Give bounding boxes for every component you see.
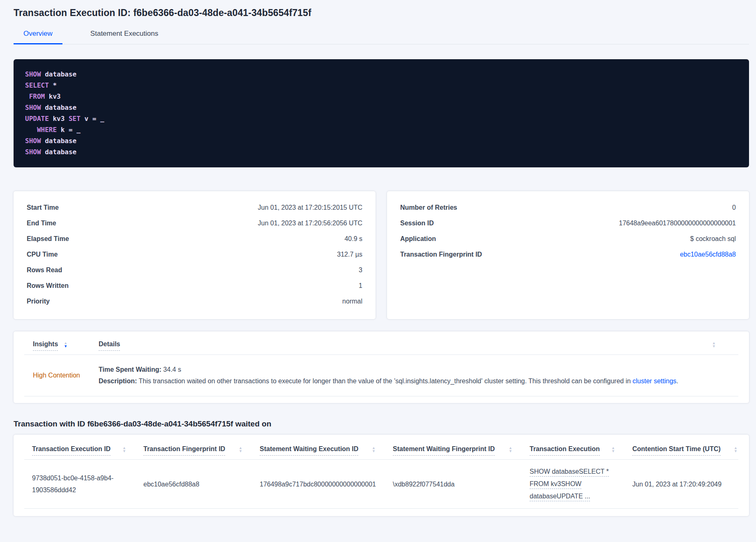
insights-column-header: Insights ▲▼ [33, 340, 99, 351]
sql-keyword: SHOW [25, 148, 41, 156]
cell-statement-waiting-fingerprint-id: \xdb8922f077541dda [393, 478, 530, 490]
time-spent-waiting: Time Spent Waiting: 34.4 s [99, 365, 738, 375]
tab-bar: Overview Statement Executions [14, 30, 749, 44]
sql-keyword: UPDATE [25, 115, 49, 123]
transaction-execution-line[interactable]: SHOW databaseSELECT * [530, 467, 609, 477]
divider [24, 396, 738, 396]
summary-cards-row: Start TimeJun 01, 2023 at 17:20:15:2015 … [14, 191, 749, 319]
summary-label: Rows Written [27, 282, 69, 290]
insight-description: Description: This transaction waited on … [99, 376, 738, 386]
summary-row: Application$ cockroach sql [400, 231, 736, 247]
description-suffix: . [676, 378, 678, 384]
sql-keyword: SHOW [25, 137, 41, 145]
sort-icon[interactable]: ▲▼ [239, 446, 242, 453]
description-label: Description: [99, 378, 137, 384]
details-column-label[interactable]: Details [99, 340, 120, 351]
sql-identifier: * [49, 81, 57, 89]
sql-identifier: database [41, 70, 77, 78]
sql-identifier: database [41, 104, 77, 111]
waited-on-table-header: Transaction Execution ID ▲▼ Transaction … [24, 445, 738, 456]
summary-row: Rows Written1 [27, 278, 362, 294]
sort-icon[interactable]: ▲▼ [611, 446, 615, 453]
sql-line: WHERE k = _ [25, 124, 738, 135]
sql-line: SHOW database [25, 135, 738, 146]
sql-line: UPDATE kv3 SET v = _ [25, 113, 738, 124]
tab-overview[interactable]: Overview [14, 30, 62, 44]
summary-label: Elapsed Time [27, 235, 69, 243]
tab-statement-executions[interactable]: Statement Executions [81, 30, 168, 44]
sql-keyword: WHERE [37, 126, 57, 134]
summary-label: Session ID [400, 220, 434, 227]
waited-on-table-card: Transaction Execution ID ▲▼ Transaction … [14, 435, 749, 516]
column-label[interactable]: Contention Start Time (UTC) [632, 445, 721, 456]
insight-type-badge: High Contention [33, 372, 99, 379]
summary-row: Transaction Fingerprint IDebc10ae56cfd88… [400, 247, 736, 262]
sql-identifier: kv3 [45, 93, 61, 100]
sql-line: SHOW database [25, 69, 738, 80]
summary-label: Transaction Fingerprint ID [400, 251, 482, 258]
sql-line: SHOW database [25, 146, 738, 158]
cell-transaction-execution-id: 9738d051-bc0e-4158-a9b4-1903586ddd42 [32, 472, 143, 496]
summary-value-link[interactable]: ebc10ae56cfd88a8 [680, 251, 736, 258]
column-label[interactable]: Transaction Execution [530, 445, 600, 456]
sql-line: FROM kv3 [25, 91, 738, 102]
summary-value: Jun 01, 2023 at 17:20:56:2056 UTC [258, 220, 362, 227]
summary-value: normal [342, 298, 362, 305]
summary-label: Start Time [27, 204, 59, 211]
column-label[interactable]: Transaction Execution ID [32, 445, 111, 456]
column-label[interactable]: Transaction Fingerprint ID [143, 445, 225, 456]
summary-row: Session ID17648a9eea60178000000000000000… [400, 215, 736, 231]
summary-label: Rows Read [27, 266, 62, 274]
sql-identifier: database [41, 148, 77, 156]
cell-contention-start-time: Jun 01, 2023 at 17:20:49:2049 [632, 478, 738, 490]
sql-line: SHOW database [25, 102, 738, 113]
summary-label: Application [400, 235, 436, 243]
cell-transaction-execution-link[interactable]: SHOW databaseSELECT * FROM kv3SHOW datab… [530, 466, 632, 503]
description-text: This transaction waited on other transac… [137, 378, 632, 384]
time-spent-waiting-label: Time Spent Waiting: [99, 366, 161, 373]
summary-row: Number of Retries0 [400, 200, 736, 215]
sql-identifier: kv3 [49, 115, 69, 123]
summary-row: Start TimeJun 01, 2023 at 17:20:15:2015 … [27, 200, 362, 215]
summary-label: End Time [27, 220, 56, 227]
time-spent-waiting-value: 34.4 s [161, 366, 181, 373]
summary-value: $ cockroach sql [690, 235, 736, 243]
sql-identifier: k = _ [57, 126, 81, 134]
insights-column-label[interactable]: Insights [33, 340, 58, 351]
sql-line: SELECT * [25, 80, 738, 91]
insights-table-header: Insights ▲▼ Details ▲▼ [24, 340, 738, 351]
summary-value: 3 [359, 266, 362, 274]
column-label[interactable]: Statement Waiting Execution ID [260, 445, 358, 456]
sort-icon[interactable]: ▲▼ [509, 446, 512, 453]
transaction-execution-line[interactable]: databaseUPDATE ... [530, 492, 590, 501]
cluster-settings-link[interactable]: cluster settings [633, 378, 677, 384]
sort-icon[interactable]: ▲▼ [712, 341, 716, 348]
summary-row: Prioritynormal [27, 294, 362, 309]
sql-identifier: v = _ [81, 115, 104, 123]
sort-icon[interactable]: ▲▼ [122, 446, 126, 453]
insight-row: High Contention Time Spent Waiting: 34.4… [24, 355, 738, 396]
summary-row: Rows Read3 [27, 262, 362, 278]
column-header-transaction-execution-id: Transaction Execution ID ▲▼ [32, 445, 143, 456]
summary-row: Elapsed Time40.9 s [27, 231, 362, 247]
sort-icon[interactable]: ▲▼ [372, 446, 376, 453]
sort-icon[interactable]: ▲▼ [734, 446, 738, 453]
summary-value: 40.9 s [344, 235, 362, 243]
summary-row: CPU Time312.7 µs [27, 247, 362, 262]
insights-card: Insights ▲▼ Details ▲▼ High Contention T… [14, 331, 749, 403]
sql-identifier: database [41, 137, 77, 145]
column-label[interactable]: Statement Waiting Fingerprint ID [393, 445, 495, 456]
table-row: 9738d051-bc0e-4158-a9b4-1903586ddd42 ebc… [24, 460, 738, 508]
sort-icon[interactable]: ▲▼ [64, 341, 67, 351]
cell-statement-waiting-execution-id: 176498a9c717bdc80000000000000001 [260, 478, 393, 490]
summary-value: 17648a9eea6017800000000000000001 [619, 220, 736, 227]
transaction-execution-line[interactable]: FROM kv3SHOW [530, 479, 581, 489]
sql-identifier [25, 126, 37, 134]
summary-label: CPU Time [27, 251, 58, 258]
cell-transaction-fingerprint-id: ebc10ae56cfd88a8 [143, 478, 260, 490]
sql-identifier [25, 93, 29, 100]
summary-label: Priority [27, 298, 50, 305]
summary-value: 1 [359, 282, 362, 290]
waited-on-heading: Transaction with ID f6be6366-da03-48de-a… [14, 419, 749, 429]
page-title: Transaction Execution ID: f6be6366-da03-… [14, 7, 749, 19]
